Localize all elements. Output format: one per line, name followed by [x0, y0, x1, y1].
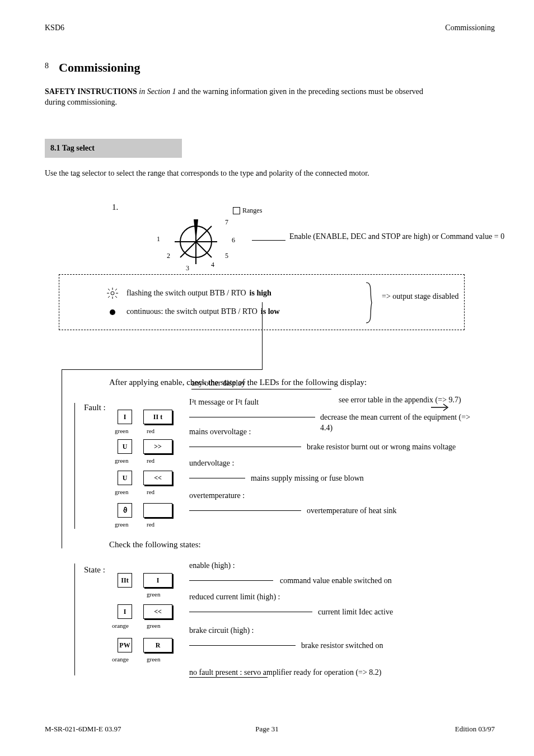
conn-e	[189, 580, 273, 581]
lamp-ir-d: <<	[143, 604, 172, 619]
safety-lead: SAFETY INSTRUCTIONS	[45, 87, 137, 96]
fault-row-uv: U << green red mains supply missing or f…	[90, 468, 481, 493]
header-right: Commissioning	[445, 24, 495, 32]
svg-line-16	[108, 296, 110, 298]
tick-6: 6	[232, 236, 235, 245]
dial-icon	[162, 208, 229, 275]
flow-v2	[62, 369, 62, 548]
led-row2-text: continuous: the switch output BTB / RTO	[127, 307, 257, 316]
knob-caption: Enable (ENABLE, DEC and STOP are high) o…	[289, 232, 524, 242]
lamp-uv-l: U	[118, 471, 132, 485]
mini-0: Ι²t message or Ι²t fault	[189, 397, 259, 408]
knob-diagram: 1. 1 2 3 4 5 6 7 Ranges Enable (ENABLE, …	[45, 201, 490, 277]
led-row2-state: is low	[261, 307, 280, 316]
txt-g: brake resistor switched on	[301, 641, 383, 651]
lbl-ir-l: orange	[112, 622, 129, 629]
mini-e: enable (high) :	[189, 561, 235, 571]
led-row1-text: flashing the switch output BTB / RTO	[127, 289, 246, 298]
tick-5: 5	[225, 252, 228, 260]
tag-label: 8.1 Tag select	[45, 144, 95, 153]
section-tag: 8.1 Tag select	[45, 139, 182, 158]
txt-f: current limit Ιdec active	[318, 607, 393, 618]
header-left: KSD6	[45, 24, 64, 32]
txt-e: command value enable switched on	[280, 576, 392, 586]
lamp-ir-l: Ι	[118, 604, 132, 619]
leader-line	[252, 240, 285, 241]
svg-point-9	[111, 292, 114, 295]
footer-note: no fault present : servo amplifier ready…	[189, 668, 382, 677]
tick-7: 7	[225, 218, 228, 227]
txt-1: brake resistor burnt out or wrong mains …	[307, 442, 456, 453]
conn-f	[189, 612, 312, 612]
lamp-uv-d: <<	[143, 471, 172, 485]
mini-g: brake circuit (high) :	[189, 626, 254, 636]
lamp-t-l: ϑ	[118, 503, 132, 518]
state-row-pwr: PW R orange green brake resistor switche…	[90, 636, 481, 660]
lamp-ov-l: U	[118, 439, 132, 454]
mini-1: mains overvoltage :	[189, 427, 251, 438]
lbl-ov-d: red	[147, 457, 154, 464]
conn-g	[189, 645, 296, 646]
tick-3: 3	[186, 264, 189, 273]
conn-2	[189, 478, 245, 478]
safety-note: in Section 1	[139, 87, 176, 96]
svg-line-15	[115, 296, 117, 298]
flow-v1	[262, 302, 263, 369]
footer-mid: Page 31	[255, 725, 279, 734]
conn-3	[189, 510, 301, 511]
tick-2: 2	[167, 252, 170, 260]
lbl-ov-l: green	[115, 457, 128, 464]
lamp-en-l: ΙΙt	[118, 573, 132, 588]
flow-h	[62, 369, 263, 370]
any-fault-txt: any other display :	[191, 379, 250, 388]
svg-line-14	[108, 289, 110, 290]
lbl-uv-l: green	[115, 489, 128, 495]
fault-row-i2t: Ι ΙΙ t green red decrease the mean curre…	[90, 407, 481, 432]
svg-line-17	[115, 289, 117, 290]
led-row-flash: flashing the switch output BTB / RTO is …	[104, 287, 406, 299]
group1-rule	[74, 403, 75, 529]
mini-f: reduced current limit (high) :	[189, 592, 280, 603]
mini-2: undervoltage :	[189, 458, 234, 469]
lbl-ir-d: green	[147, 622, 160, 629]
safety-line2: during commissioning.	[45, 97, 490, 108]
led-row-cont: continuous: the switch output BTB / RTO …	[104, 307, 406, 317]
panel-right-text: => output stage disabled	[382, 292, 460, 302]
lamp-pw-d: R	[143, 638, 172, 652]
lbl-t-l: green	[115, 521, 128, 528]
txt-3: overtemperature of heat sink	[307, 506, 397, 516]
brace-icon	[365, 281, 377, 324]
mini-ul-0	[191, 389, 331, 389]
safety-tail: and the warning information given in the…	[178, 87, 423, 96]
lbl-i2t-d: red	[147, 428, 154, 434]
tick-1: 1	[157, 235, 160, 243]
lamp-t-d	[143, 503, 172, 518]
txt-0: decrease the mean current of the equipme…	[320, 412, 481, 434]
group2-rule	[74, 564, 75, 675]
fault-row-temp: ϑ green red overtemperature of heat sink…	[90, 501, 481, 525]
lbl-i2t-l: green	[115, 428, 128, 434]
lamp-i2t-d: ΙΙ t	[143, 410, 172, 424]
lbl-uv-d: red	[147, 489, 154, 495]
txt-2: mains supply missing or fuse blown	[251, 473, 364, 484]
page-prefix: 8	[45, 62, 49, 71]
mini-3: overtemperature :	[189, 491, 245, 501]
tick-4: 4	[211, 261, 214, 269]
conn-1	[189, 447, 301, 447]
ranges-label: Ranges	[242, 206, 262, 215]
led-cont-icon	[104, 307, 121, 317]
check-header2: Check the following states:	[109, 540, 201, 550]
footer-left: M-SR-021-6DMI-E 03.97	[45, 725, 121, 734]
state-row-ired: Ι << orange green current limit Ιdec act…	[90, 602, 481, 627]
lamp-i2t-l: Ι	[118, 410, 132, 424]
svg-point-18	[110, 309, 115, 315]
lamp-en-d: Ι	[143, 573, 172, 588]
footer-ul	[189, 677, 268, 678]
fault-row-ov: U >> green red brake resistor burnt out …	[90, 437, 481, 462]
led-row1-state: is high	[250, 289, 271, 298]
lamp-pw-l: PW	[118, 638, 132, 652]
led-flash-icon	[104, 287, 121, 299]
step-number: 1.	[112, 203, 118, 212]
conn-0	[189, 417, 315, 417]
lamp-ov-d: >>	[143, 439, 172, 454]
